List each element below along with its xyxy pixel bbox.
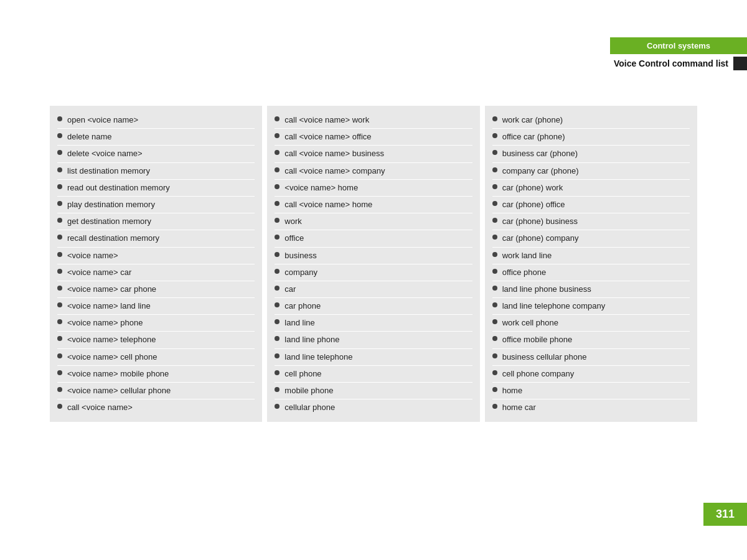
bullet-icon: [57, 167, 62, 172]
item-text: car (phone) office: [502, 199, 565, 210]
item-text: mobile phone: [284, 385, 333, 396]
list-item: land line phone business: [492, 281, 690, 298]
bullet-icon: [275, 353, 280, 358]
item-text: business car (phone): [502, 148, 578, 159]
list-item: <voice name> mobile phone: [57, 366, 255, 383]
item-text: land line telephone company: [502, 301, 606, 312]
item-text: work cell phone: [502, 317, 558, 329]
section-label: Control systems: [610, 37, 747, 54]
column-3: work car (phone)office car (phone)busine…: [485, 106, 697, 422]
item-text: company car (phone): [502, 166, 579, 177]
bullet-icon: [275, 404, 280, 409]
list-item: office phone: [492, 264, 690, 281]
list-item: office: [275, 230, 472, 247]
list-item: cellular phone: [275, 399, 472, 416]
bullet-icon: [57, 201, 62, 206]
list-item: <voice name> car: [57, 264, 255, 281]
list-item: list destination memory: [57, 163, 255, 180]
list-item: office car (phone): [492, 129, 690, 146]
item-text: car (phone) company: [502, 233, 579, 244]
item-text: <voice name> telephone: [67, 334, 156, 345]
list-item: <voice name> telephone: [57, 332, 255, 348]
item-text: home car: [502, 402, 536, 413]
column-2: call <voice name> workcall <voice name> …: [267, 106, 479, 422]
header-area: Control systems Voice Control command li…: [610, 37, 747, 70]
list-item: car phone: [275, 298, 472, 315]
item-text: list destination memory: [67, 166, 150, 177]
item-text: work car (phone): [502, 114, 563, 126]
bullet-icon: [57, 404, 62, 409]
item-text: office car (phone): [502, 131, 565, 142]
item-text: work land line: [502, 250, 552, 261]
bullet-icon: [492, 133, 497, 138]
page-title: Voice Control command list: [614, 58, 733, 68]
bullet-icon: [492, 387, 497, 392]
column-1: open <voice name>delete namedelete <voic…: [50, 106, 262, 422]
list-item: car (phone) business: [492, 213, 690, 230]
item-text: call <voice name> office: [284, 131, 371, 142]
bullet-icon: [275, 286, 280, 291]
list-item: call <voice name> business: [275, 146, 472, 162]
item-text: get destination memory: [67, 216, 151, 227]
list-item: call <voice name> work: [275, 112, 472, 129]
bullet-icon: [57, 218, 62, 223]
bullet-icon: [275, 184, 280, 189]
list-item: delete <voice name>: [57, 146, 255, 162]
list-item: business cellular phone: [492, 349, 690, 366]
bullet-icon: [57, 150, 62, 155]
list-item: home: [492, 383, 690, 399]
bullet-icon: [275, 252, 280, 257]
page-title-row: Voice Control command list: [614, 57, 747, 70]
item-text: call <voice name> home: [284, 199, 372, 210]
main-content: open <voice name>delete namedelete <voic…: [50, 106, 697, 422]
page: Control systems Voice Control command li…: [0, 0, 747, 560]
item-text: car: [284, 284, 296, 295]
list-item: company car (phone): [492, 163, 690, 180]
item-text: <voice name> car phone: [67, 284, 156, 295]
bullet-icon: [57, 302, 62, 307]
bullet-icon: [275, 269, 280, 274]
list-item: cell phone company: [492, 366, 690, 383]
item-text: <voice name> car: [67, 267, 131, 278]
list-item: read out destination memory: [57, 180, 255, 197]
list-item: <voice name> home: [275, 180, 472, 197]
list-item: business: [275, 248, 472, 264]
bullet-icon: [492, 353, 497, 358]
list-item: <voice name> cell phone: [57, 349, 255, 366]
bullet-icon: [492, 167, 497, 172]
item-text: <voice name> land line: [67, 301, 151, 312]
bullet-icon: [492, 286, 497, 291]
item-text: land line telephone: [284, 352, 352, 363]
bullet-icon: [57, 133, 62, 138]
item-text: land line: [284, 317, 314, 329]
list-item: call <voice name> home: [275, 197, 472, 213]
bullet-icon: [275, 370, 280, 375]
list-item: land line: [275, 315, 472, 332]
bullet-icon: [492, 116, 497, 121]
list-item: recall destination memory: [57, 230, 255, 247]
list-item: <voice name>: [57, 248, 255, 264]
item-text: car (phone) business: [502, 216, 578, 227]
bullet-icon: [275, 235, 280, 240]
bullet-icon: [492, 302, 497, 307]
bullet-icon: [275, 319, 280, 324]
list-item: work cell phone: [492, 315, 690, 332]
item-text: work: [284, 216, 301, 227]
list-item: <voice name> cellular phone: [57, 383, 255, 399]
bullet-icon: [57, 252, 62, 257]
list-item: company: [275, 264, 472, 281]
item-text: cell phone company: [502, 368, 575, 380]
list-item: mobile phone: [275, 383, 472, 399]
list-item: <voice name> land line: [57, 298, 255, 315]
item-text: call <voice name> work: [284, 114, 369, 126]
list-item: land line telephone: [275, 349, 472, 366]
bullet-icon: [57, 184, 62, 189]
item-text: business cellular phone: [502, 352, 587, 363]
list-item: car (phone) office: [492, 197, 690, 213]
bullet-icon: [275, 116, 280, 121]
item-text: <voice name>: [67, 250, 118, 261]
bullet-icon: [492, 252, 497, 257]
list-item: open <voice name>: [57, 112, 255, 129]
item-text: call <voice name> business: [284, 148, 384, 159]
bullet-icon: [57, 269, 62, 274]
